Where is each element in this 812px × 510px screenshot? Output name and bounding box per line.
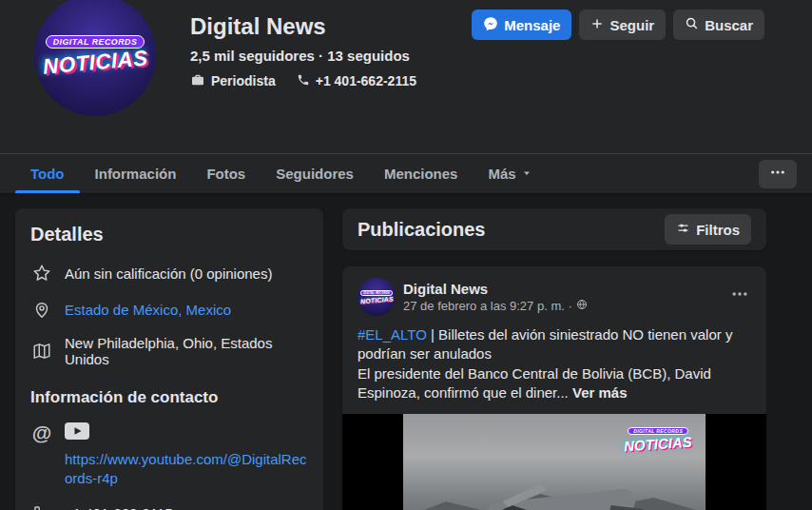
posts-header-card: Publicaciones Filtros xyxy=(342,208,766,250)
post-text-block: #EL_ALTO | Billetes del avión siniestrad… xyxy=(358,325,751,364)
filters-icon xyxy=(676,221,690,238)
posts-title: Publicaciones xyxy=(358,219,486,241)
youtube-link[interactable]: https://www.youtube.com/@DigitalRecords-… xyxy=(65,450,308,489)
post-author-link[interactable]: Digital News xyxy=(403,281,588,297)
follow-plus-icon xyxy=(590,17,604,33)
search-button[interactable]: Buscar xyxy=(673,10,764,40)
star-icon xyxy=(30,263,53,284)
tab-mas-label: Más xyxy=(488,166,515,182)
message-button[interactable]: Mensaje xyxy=(472,10,571,40)
post-header-meta: Digital News 27 de febrero a las 9:27 p.… xyxy=(403,278,588,316)
page-category: Periodista xyxy=(211,73,276,88)
logo-banner-text: DIGITAL RECORDS xyxy=(46,35,144,48)
page-phone: +1 401-662-2115 xyxy=(316,73,416,88)
tab-informacion[interactable]: Información xyxy=(80,154,192,193)
logo-word-text: NOTICIAS xyxy=(42,46,148,80)
tab-fotos-label: Fotos xyxy=(206,166,245,182)
ellipsis-icon xyxy=(769,164,786,184)
tab-menciones[interactable]: Menciones xyxy=(369,154,474,193)
post-text-block2: El presidente del Banco Central de Boliv… xyxy=(358,364,751,403)
address-row: New Philadelphia, Ohio, Estados Unidos xyxy=(30,335,308,367)
filters-button[interactable]: Filtros xyxy=(665,214,751,245)
post-avatar-word: NOTICIAS xyxy=(359,295,393,304)
follow-button-label: Seguir xyxy=(609,17,654,33)
message-button-label: Mensaje xyxy=(504,17,560,33)
video-logo-word: NOTICIAS xyxy=(624,434,693,455)
feed-column: Publicaciones Filtros DIGITAL RECORDS NO… xyxy=(342,208,766,510)
map-icon xyxy=(30,341,53,362)
rating-text: Aún sin calificación (0 opiniones) xyxy=(65,265,272,282)
chevron-down-icon xyxy=(521,166,532,182)
youtube-contact: https://www.youtube.com/@DigitalRecords-… xyxy=(65,422,308,489)
search-icon xyxy=(685,16,699,33)
details-heading: Detalles xyxy=(30,224,308,245)
header-actions: Mensaje Seguir Buscar xyxy=(472,10,764,40)
tab-seguidores-label: Seguidores xyxy=(276,166,354,182)
left-sidebar: Detalles Aún sin calificación (0 opinion… xyxy=(15,208,323,510)
details-card: Detalles Aún sin calificación (0 opinion… xyxy=(15,208,323,510)
page-header: DIGITAL RECORDS NOTICIAS Digital News 2,… xyxy=(0,0,812,193)
at-icon: @ xyxy=(30,422,53,442)
post-avatar[interactable]: DIGITAL RECORDS NOTICIAS xyxy=(358,278,396,316)
post-timestamp-text: 27 de febrero a las 9:27 p. m. · xyxy=(403,299,572,313)
video-frame: DIGITAL RECORDS NOTICIAS xyxy=(403,414,706,510)
search-button-label: Buscar xyxy=(705,17,753,33)
phone-icon xyxy=(297,73,310,89)
tabs-more-button[interactable] xyxy=(759,160,797,188)
tab-menciones-label: Menciones xyxy=(384,166,458,182)
post-header: DIGITAL RECORDS NOTICIAS Digital News 27… xyxy=(342,266,766,322)
globe-icon xyxy=(576,299,588,313)
facebook-page: DIGITAL RECORDS NOTICIAS Digital News 2,… xyxy=(0,0,812,510)
tab-seguidores[interactable]: Seguidores xyxy=(261,154,369,193)
post-ellipsis-icon xyxy=(730,284,749,306)
address-text: New Philadelphia, Ohio, Estados Unidos xyxy=(65,335,308,367)
profile-picture[interactable]: DIGITAL RECORDS NOTICIAS xyxy=(34,0,156,116)
followers-count[interactable]: 2,5 mil seguidores · 13 seguidos xyxy=(190,48,812,64)
post-card: DIGITAL RECORDS NOTICIAS Digital News 27… xyxy=(342,266,766,510)
youtube-icon xyxy=(65,422,308,442)
filters-button-label: Filtros xyxy=(696,222,740,238)
post-timestamp[interactable]: 27 de febrero a las 9:27 p. m. · xyxy=(403,299,588,313)
see-more-link[interactable]: Ver más xyxy=(572,384,628,401)
post-hashtag-link[interactable]: #EL_ALTO xyxy=(358,326,427,343)
location-link[interactable]: Estado de México, Mexico xyxy=(65,302,231,318)
page-content: Detalles Aún sin calificación (0 opinion… xyxy=(0,193,812,510)
messenger-icon xyxy=(483,16,498,34)
tab-fotos[interactable]: Fotos xyxy=(191,154,261,193)
contact-phone-row: +1 401-662-2115 xyxy=(30,504,308,510)
contact-heading: Información de contacto xyxy=(30,388,308,407)
tab-todo-label: Todo xyxy=(30,166,65,182)
tab-mas[interactable]: Más xyxy=(473,154,547,193)
youtube-row: @ https://www.youtube.com/@DigitalRecord… xyxy=(30,422,308,489)
post-more-button[interactable] xyxy=(725,280,755,310)
video-watermark-logo: DIGITAL RECORDS NOTICIAS xyxy=(624,427,692,452)
briefcase-icon xyxy=(190,72,205,90)
post-video[interactable]: DIGITAL RECORDS NOTICIAS xyxy=(342,414,766,510)
page-logo: DIGITAL RECORDS NOTICIAS xyxy=(34,0,156,116)
rating-row: Aún sin calificación (0 opiniones) xyxy=(30,263,308,284)
tab-todo[interactable]: Todo xyxy=(15,154,80,193)
tab-informacion-label: Información xyxy=(95,166,177,182)
post-avatar-logo: DIGITAL RECORDS NOTICIAS xyxy=(358,278,396,316)
follow-button[interactable]: Seguir xyxy=(579,10,666,40)
profile-tabs: Todo Información Fotos Seguidores Mencio… xyxy=(0,153,812,193)
post-text: #EL_ALTO | Billetes del avión siniestrad… xyxy=(342,322,766,414)
contact-phone-text: +1 401-662-2115 xyxy=(65,505,173,510)
page-meta-row: Periodista +1 401-662-2115 xyxy=(190,72,812,90)
location-row: Estado de México, Mexico xyxy=(30,299,308,320)
location-pin-icon xyxy=(30,299,53,320)
page-header-top: DIGITAL RECORDS NOTICIAS Digital News 2,… xyxy=(0,0,812,153)
phone-handset-icon xyxy=(30,504,53,510)
post-text-line2: El presidente del Banco Central de Boliv… xyxy=(358,365,711,401)
